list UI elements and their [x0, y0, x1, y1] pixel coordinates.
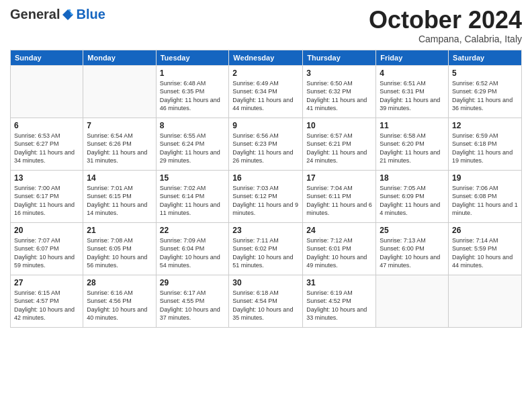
- day-cell: 19Sunrise: 7:06 AM Sunset: 6:08 PM Dayli…: [449, 170, 522, 222]
- calendar-page: General Blue October 2024 Campana, Calab…: [0, 0, 532, 411]
- logo-blue: Blue: [76, 7, 105, 22]
- day-info: Sunrise: 6:48 AM Sunset: 6:35 PM Dayligh…: [160, 79, 226, 113]
- day-number: 5: [452, 68, 518, 78]
- col-header-tuesday: Tuesday: [156, 50, 229, 65]
- day-number: 19: [452, 173, 518, 183]
- day-cell: 6Sunrise: 6:53 AM Sunset: 6:27 PM Daylig…: [11, 118, 83, 170]
- day-number: 29: [160, 278, 226, 287]
- day-info: Sunrise: 6:57 AM Sunset: 6:21 PM Dayligh…: [306, 132, 372, 165]
- day-number: 23: [232, 226, 299, 235]
- day-number: 22: [160, 226, 226, 235]
- day-info: Sunrise: 7:04 AM Sunset: 6:11 PM Dayligh…: [306, 184, 372, 218]
- day-cell: 10Sunrise: 6:57 AM Sunset: 6:21 PM Dayli…: [303, 118, 376, 170]
- day-number: 21: [87, 226, 152, 235]
- day-info: Sunrise: 7:08 AM Sunset: 6:05 PM Dayligh…: [87, 236, 152, 270]
- day-cell: 22Sunrise: 7:09 AM Sunset: 6:04 PM Dayli…: [156, 222, 229, 275]
- day-cell: 13Sunrise: 7:00 AM Sunset: 6:17 PM Dayli…: [11, 170, 83, 222]
- day-number: 28: [87, 278, 152, 287]
- day-cell: [83, 65, 156, 118]
- header-row: SundayMondayTuesdayWednesdayThursdayFrid…: [11, 50, 522, 65]
- day-info: Sunrise: 7:14 AM Sunset: 5:59 PM Dayligh…: [452, 236, 518, 270]
- day-cell: 3Sunrise: 6:50 AM Sunset: 6:32 PM Daylig…: [303, 65, 376, 118]
- day-info: Sunrise: 6:56 AM Sunset: 6:23 PM Dayligh…: [232, 132, 299, 165]
- day-info: Sunrise: 6:15 AM Sunset: 4:57 PM Dayligh…: [14, 289, 79, 322]
- day-cell: 30Sunrise: 6:18 AM Sunset: 4:54 PM Dayli…: [229, 275, 303, 327]
- day-cell: 15Sunrise: 7:02 AM Sunset: 6:14 PM Dayli…: [156, 170, 229, 222]
- week-row-2: 6Sunrise: 6:53 AM Sunset: 6:27 PM Daylig…: [11, 118, 522, 170]
- col-header-thursday: Thursday: [303, 50, 376, 65]
- day-number: 4: [380, 68, 445, 78]
- day-cell: 8Sunrise: 6:55 AM Sunset: 6:24 PM Daylig…: [156, 118, 229, 170]
- day-cell: 20Sunrise: 7:07 AM Sunset: 6:07 PM Dayli…: [11, 222, 83, 275]
- logo-text: General Blue: [10, 7, 105, 22]
- col-header-saturday: Saturday: [449, 50, 522, 65]
- day-number: 24: [306, 226, 372, 235]
- day-number: 13: [14, 173, 79, 183]
- week-row-3: 13Sunrise: 7:00 AM Sunset: 6:17 PM Dayli…: [11, 170, 522, 222]
- day-number: 14: [87, 173, 152, 183]
- day-info: Sunrise: 6:51 AM Sunset: 6:31 PM Dayligh…: [380, 79, 445, 113]
- title-block: October 2024 Campana, Calabria, Italy: [369, 7, 522, 44]
- day-cell: 31Sunrise: 6:19 AM Sunset: 4:52 PM Dayli…: [303, 275, 376, 327]
- day-info: Sunrise: 6:55 AM Sunset: 6:24 PM Dayligh…: [160, 132, 226, 165]
- day-number: 12: [452, 121, 518, 130]
- col-header-wednesday: Wednesday: [229, 50, 303, 65]
- day-info: Sunrise: 6:19 AM Sunset: 4:52 PM Dayligh…: [306, 289, 372, 322]
- day-info: Sunrise: 6:50 AM Sunset: 6:32 PM Dayligh…: [306, 79, 372, 113]
- day-cell: 11Sunrise: 6:58 AM Sunset: 6:20 PM Dayli…: [376, 118, 449, 170]
- day-number: 30: [232, 278, 299, 287]
- day-number: 18: [380, 173, 445, 183]
- day-info: Sunrise: 7:09 AM Sunset: 6:04 PM Dayligh…: [160, 236, 226, 270]
- day-number: 10: [306, 121, 372, 130]
- day-cell: 21Sunrise: 7:08 AM Sunset: 6:05 PM Dayli…: [83, 222, 156, 275]
- day-info: Sunrise: 7:13 AM Sunset: 6:00 PM Dayligh…: [380, 236, 445, 270]
- day-cell: 5Sunrise: 6:52 AM Sunset: 6:29 PM Daylig…: [449, 65, 522, 118]
- day-info: Sunrise: 6:18 AM Sunset: 4:54 PM Dayligh…: [232, 289, 299, 322]
- day-cell: 28Sunrise: 6:16 AM Sunset: 4:56 PM Dayli…: [83, 275, 156, 327]
- day-cell: 4Sunrise: 6:51 AM Sunset: 6:31 PM Daylig…: [376, 65, 449, 118]
- day-info: Sunrise: 7:07 AM Sunset: 6:07 PM Dayligh…: [14, 236, 79, 270]
- col-header-sunday: Sunday: [11, 50, 83, 65]
- day-info: Sunrise: 6:17 AM Sunset: 4:55 PM Dayligh…: [160, 289, 226, 322]
- day-cell: [449, 275, 522, 327]
- day-cell: 23Sunrise: 7:11 AM Sunset: 6:02 PM Dayli…: [229, 222, 303, 275]
- day-cell: 27Sunrise: 6:15 AM Sunset: 4:57 PM Dayli…: [11, 275, 83, 327]
- day-info: Sunrise: 6:58 AM Sunset: 6:20 PM Dayligh…: [380, 132, 445, 165]
- col-header-monday: Monday: [83, 50, 156, 65]
- header: General Blue October 2024 Campana, Calab…: [10, 7, 522, 44]
- day-cell: 17Sunrise: 7:04 AM Sunset: 6:11 PM Dayli…: [303, 170, 376, 222]
- day-info: Sunrise: 7:03 AM Sunset: 6:12 PM Dayligh…: [232, 184, 299, 218]
- day-number: 6: [14, 121, 79, 130]
- day-cell: 12Sunrise: 6:59 AM Sunset: 6:18 PM Dayli…: [449, 118, 522, 170]
- day-number: 17: [306, 173, 372, 183]
- day-info: Sunrise: 7:01 AM Sunset: 6:15 PM Dayligh…: [87, 184, 152, 218]
- day-cell: 16Sunrise: 7:03 AM Sunset: 6:12 PM Dayli…: [229, 170, 303, 222]
- day-number: 7: [87, 121, 152, 130]
- day-number: 27: [14, 278, 79, 287]
- day-info: Sunrise: 6:59 AM Sunset: 6:18 PM Dayligh…: [452, 132, 518, 165]
- day-info: Sunrise: 7:05 AM Sunset: 6:09 PM Dayligh…: [380, 184, 445, 218]
- day-number: 25: [380, 226, 445, 235]
- week-row-1: 1Sunrise: 6:48 AM Sunset: 6:35 PM Daylig…: [11, 65, 522, 118]
- day-cell: 18Sunrise: 7:05 AM Sunset: 6:09 PM Dayli…: [376, 170, 449, 222]
- day-info: Sunrise: 6:49 AM Sunset: 6:34 PM Dayligh…: [232, 79, 299, 113]
- day-number: 16: [232, 173, 299, 183]
- day-cell: 24Sunrise: 7:12 AM Sunset: 6:01 PM Dayli…: [303, 222, 376, 275]
- week-row-4: 20Sunrise: 7:07 AM Sunset: 6:07 PM Dayli…: [11, 222, 522, 275]
- day-info: Sunrise: 6:54 AM Sunset: 6:26 PM Dayligh…: [87, 132, 152, 165]
- day-info: Sunrise: 7:00 AM Sunset: 6:17 PM Dayligh…: [14, 184, 79, 218]
- day-cell: [11, 65, 83, 118]
- day-number: 1: [160, 68, 226, 78]
- day-cell: 29Sunrise: 6:17 AM Sunset: 4:55 PM Dayli…: [156, 275, 229, 327]
- logo: General Blue: [10, 7, 105, 22]
- day-number: 9: [232, 121, 299, 130]
- day-info: Sunrise: 7:02 AM Sunset: 6:14 PM Dayligh…: [160, 184, 226, 218]
- day-info: Sunrise: 6:16 AM Sunset: 4:56 PM Dayligh…: [87, 289, 152, 322]
- day-cell: 2Sunrise: 6:49 AM Sunset: 6:34 PM Daylig…: [229, 65, 303, 118]
- day-number: 11: [380, 121, 445, 130]
- day-cell: 26Sunrise: 7:14 AM Sunset: 5:59 PM Dayli…: [449, 222, 522, 275]
- day-info: Sunrise: 6:53 AM Sunset: 6:27 PM Dayligh…: [14, 132, 79, 165]
- day-cell: 14Sunrise: 7:01 AM Sunset: 6:15 PM Dayli…: [83, 170, 156, 222]
- day-number: 31: [306, 278, 372, 287]
- day-cell: 25Sunrise: 7:13 AM Sunset: 6:00 PM Dayli…: [376, 222, 449, 275]
